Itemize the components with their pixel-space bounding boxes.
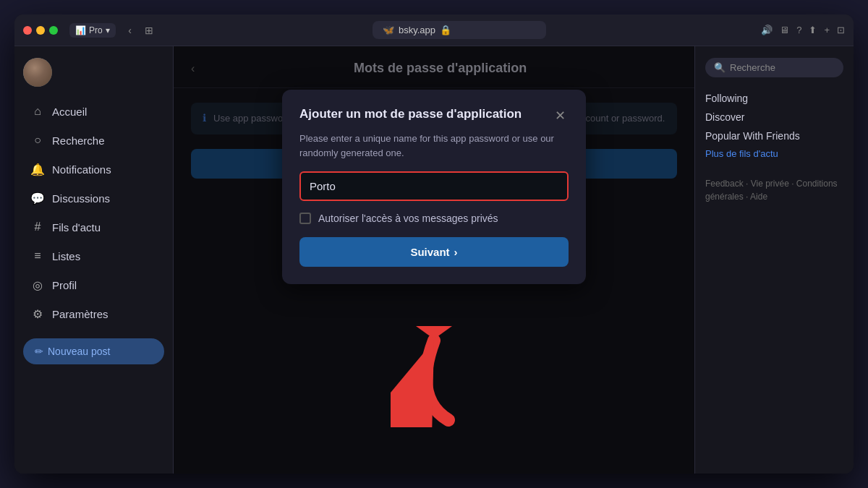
search-icon-right: 🔍	[714, 62, 726, 73]
sidebar-item-notifications[interactable]: 🔔 Notifications	[23, 156, 164, 182]
sidebar-label-parametres: Paramètres	[52, 308, 109, 320]
url-bar[interactable]: 🦋 bsky.app 🔒	[373, 21, 546, 39]
app-content: ⌂ Accueil ○ Recherche 🔔 Notifications 💬 …	[14, 46, 854, 474]
titlebar-center: 🦋 bsky.app 🔒	[163, 21, 755, 39]
titlebar-right: 🔊 🖥 ? ⬆ + ⊡	[761, 25, 845, 35]
sound-icon[interactable]: 🔊	[761, 25, 773, 35]
traffic-lights	[23, 26, 58, 35]
sidebar-item-fils[interactable]: # Fils d'actu	[23, 214, 164, 240]
right-link-more[interactable]: Plus de fils d'actu	[705, 145, 843, 162]
butterfly-icon: 🦋	[383, 25, 394, 35]
modal-close-button[interactable]: ✕	[551, 107, 569, 124]
share-icon[interactable]: ⬆	[809, 25, 817, 35]
sidebar-item-parametres[interactable]: ⚙ Paramètres	[23, 301, 164, 327]
search-icon: ○	[30, 133, 45, 147]
app-password-name-input[interactable]	[299, 171, 569, 201]
sidebar-label-discussions: Discussions	[52, 192, 110, 205]
modal-title: Ajouter un mot de passe d'application	[299, 107, 522, 121]
new-tab-icon[interactable]: +	[824, 25, 830, 35]
chart-icon: 📊	[75, 25, 86, 35]
sidebar-label-listes: Listes	[52, 250, 80, 262]
modal-header: Ajouter un mot de passe d'application ✕	[299, 107, 569, 124]
sidebar-item-recherche[interactable]: ○ Recherche	[23, 127, 164, 153]
sidebar: ⌂ Accueil ○ Recherche 🔔 Notifications 💬 …	[14, 46, 174, 474]
chevron-down-icon: ▾	[106, 25, 110, 35]
person-icon: ◎	[30, 278, 45, 292]
home-icon: ⌂	[30, 104, 45, 119]
titlebar-left: 📊 Pro ▾ ‹ ⊞	[69, 22, 158, 39]
svg-marker-1	[416, 326, 452, 339]
new-post-label: Nouveau post	[48, 346, 110, 357]
footer-link-help[interactable]: Aide	[750, 192, 767, 202]
sidebar-label-profil: Profil	[52, 279, 77, 291]
sidebar-item-listes[interactable]: ≡ Listes	[23, 243, 164, 269]
titlebar: 📊 Pro ▾ ‹ ⊞ 🦋 bsky.app 🔒 🔊 🖥 ? ⬆ + ⊡	[14, 14, 854, 46]
gear-icon: ⚙	[30, 307, 45, 321]
modal-description: Please enter a unique name for this app …	[299, 132, 569, 160]
close-icon: ✕	[555, 108, 566, 124]
lock-icon: 🔒	[440, 25, 451, 35]
nav-arrows: ‹ ⊞	[122, 22, 158, 39]
private-messages-label[interactable]: Autoriser l'accès à vos messages privés	[318, 213, 498, 224]
sidebar-label-fils: Fils d'actu	[52, 221, 101, 234]
bell-icon: 🔔	[30, 162, 45, 176]
private-messages-checkbox-row: Autoriser l'accès à vos messages privés	[299, 213, 569, 224]
right-link-discover[interactable]: Discover	[705, 108, 843, 127]
private-messages-checkbox[interactable]	[299, 213, 311, 224]
right-footer: Feedback · Vie privée · Conditions génér…	[705, 176, 843, 202]
right-sidebar: 🔍 Recherche Following Discover Popular W…	[694, 46, 854, 474]
back-button[interactable]: ‹	[122, 22, 139, 39]
arrow-svg	[391, 312, 506, 427]
sidebar-label-recherche: Recherche	[52, 134, 105, 147]
right-link-following[interactable]: Following	[705, 89, 843, 108]
arrow-annotation	[391, 312, 506, 430]
right-link-popular[interactable]: Popular With Friends	[705, 127, 843, 145]
tab-pro[interactable]: 📊 Pro ▾	[69, 23, 116, 38]
screen-icon[interactable]: 🖥	[780, 25, 789, 35]
footer-link-feedback[interactable]: Feedback ·	[705, 179, 751, 189]
close-button[interactable]	[23, 26, 32, 35]
new-post-button[interactable]: ✏ Nouveau post	[23, 338, 164, 364]
submit-label: Suivant	[410, 246, 449, 258]
tabs-icon[interactable]: ⊡	[837, 25, 845, 35]
avatar[interactable]	[23, 58, 52, 87]
question-icon[interactable]: ?	[796, 25, 801, 35]
list-icon: ≡	[30, 249, 45, 263]
tab-pro-label: Pro	[89, 25, 103, 35]
sidebar-label-accueil: Accueil	[52, 106, 87, 118]
search-placeholder: Recherche	[730, 62, 775, 73]
search-bar[interactable]: 🔍 Recherche	[705, 58, 843, 77]
arrow-right-icon: ›	[454, 246, 458, 258]
modal: Ajouter un mot de passe d'application ✕ …	[282, 90, 586, 284]
minimize-button[interactable]	[36, 26, 45, 35]
sidebar-item-profil[interactable]: ◎ Profil	[23, 272, 164, 298]
footer-link-privacy[interactable]: Vie privée ·	[751, 179, 796, 189]
compose-icon: ✏	[35, 346, 43, 357]
sidebar-item-discussions[interactable]: 💬 Discussions	[23, 185, 164, 211]
url-text: bsky.app	[399, 25, 435, 35]
main-content: ‹ Mots de passe d'application ℹ Use app …	[174, 46, 694, 474]
grid-icon[interactable]: ⊞	[140, 22, 158, 39]
modal-overlay: Ajouter un mot de passe d'application ✕ …	[174, 46, 694, 474]
hash-icon: #	[30, 220, 45, 234]
sidebar-label-notifications: Notifications	[52, 163, 111, 176]
sidebar-item-accueil[interactable]: ⌂ Accueil	[23, 98, 164, 124]
browser-window: 📊 Pro ▾ ‹ ⊞ 🦋 bsky.app 🔒 🔊 🖥 ? ⬆ + ⊡	[14, 14, 854, 474]
maximize-button[interactable]	[49, 26, 58, 35]
avatar-image	[23, 58, 52, 87]
chat-icon: 💬	[30, 191, 45, 205]
modal-submit-button[interactable]: Suivant ›	[299, 237, 569, 267]
